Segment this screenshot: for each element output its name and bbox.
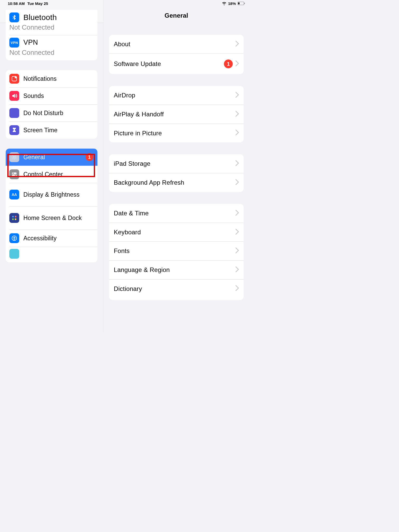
detail-pane: General About Software Update 1 AirDrop (103, 0, 249, 332)
vpn-label: VPN (23, 38, 38, 46)
sidebar-item-display[interactable]: AA Display & Brightness (6, 183, 97, 206)
more-icon (9, 249, 19, 259)
sidebar-item-notifications[interactable]: Notifications (6, 70, 97, 87)
accessibility-label: Accessibility (23, 235, 93, 242)
general-badge: 1 (85, 153, 93, 161)
detail-item-airdrop[interactable]: AirDrop (109, 86, 244, 105)
detail-item-about[interactable]: About (109, 35, 244, 54)
svg-point-15 (13, 173, 14, 174)
sidebar-scroll[interactable]: Bluetooth Not Connected VPN VPN Not Conn… (0, 10, 103, 262)
display-label: Display & Brightness (23, 191, 93, 198)
keyboard-label: Keyboard (114, 229, 233, 236)
notifications-label: Notifications (23, 75, 93, 82)
storage-label: iPad Storage (114, 160, 233, 167)
chevron-right-icon (235, 179, 239, 186)
sounds-label: Sounds (23, 92, 93, 99)
chevron-right-icon (235, 92, 239, 99)
moon-icon (9, 108, 19, 118)
vpn-icon: VPN (9, 38, 19, 48)
sidebar-item-vpn[interactable]: VPN VPN Not Connected (6, 35, 97, 60)
bluetooth-icon (9, 12, 19, 22)
svg-line-12 (16, 155, 16, 156)
status-bar: 10:58 AM Tue May 25 18% (0, 0, 249, 7)
chevron-right-icon (235, 210, 239, 217)
chevron-right-icon (235, 285, 239, 292)
chevron-right-icon (235, 61, 239, 67)
bluetooth-label: Bluetooth (23, 13, 57, 22)
controlcenter-label: Control Center (23, 171, 93, 178)
language-label: Language & Region (114, 266, 233, 274)
general-label: General (23, 154, 83, 161)
chevron-right-icon (235, 41, 239, 48)
sidebar-item-dnd[interactable]: Do Not Disturb (6, 104, 97, 122)
chevron-right-icon (235, 229, 239, 236)
sidebar-item-sounds[interactable]: Sounds (6, 87, 97, 104)
dnd-label: Do Not Disturb (23, 110, 93, 116)
textsize-icon: AA (9, 190, 19, 200)
chevron-right-icon (235, 248, 239, 254)
chevron-right-icon (235, 130, 239, 136)
airdrop-label: AirDrop (114, 92, 233, 99)
svg-point-23 (14, 237, 15, 238)
screentime-label: Screen Time (23, 127, 93, 134)
detail-item-software-update[interactable]: Software Update 1 (109, 54, 244, 74)
battery-percent: 18% (228, 1, 236, 6)
svg-point-17 (15, 175, 16, 176)
svg-rect-2 (244, 3, 245, 4)
detail-item-storage[interactable]: iPad Storage (109, 154, 244, 173)
group-input: Date & Time Keyboard Fonts Language & Re… (109, 204, 244, 300)
dictionary-label: Dictionary (114, 285, 233, 292)
bluetooth-status: Not Connected (9, 23, 54, 31)
software-update-label: Software Update (114, 60, 221, 68)
detail-item-pip[interactable]: Picture in Picture (109, 124, 244, 143)
status-left: 10:58 AM Tue May 25 (3, 1, 48, 6)
detail-item-datetime[interactable]: Date & Time (109, 204, 244, 223)
detail-item-language[interactable]: Language & Region (109, 260, 244, 279)
switches-icon (9, 169, 19, 179)
notifications-icon (9, 74, 19, 84)
status-date: Tue May 25 (27, 1, 48, 6)
sidebar-item-controlcenter[interactable]: Control Center (6, 166, 97, 183)
gear-icon (9, 152, 19, 162)
sidebar-item-homescreen[interactable]: Home Screen & Dock (6, 206, 97, 230)
sidebar-item-general[interactable]: General 1 (6, 149, 97, 166)
chevron-right-icon (235, 111, 239, 118)
svg-rect-21 (15, 218, 16, 220)
sidebar-item-accessibility[interactable]: Accessibility (6, 230, 97, 247)
detail-item-bg-refresh[interactable]: Background App Refresh (109, 173, 244, 192)
svg-rect-1 (238, 2, 240, 4)
sidebar-item-screentime[interactable]: Screen Time (6, 122, 97, 139)
group-storage: iPad Storage Background App Refresh (109, 154, 244, 192)
homegrid-icon (9, 213, 19, 223)
svg-point-5 (13, 156, 15, 158)
accessibility-icon (9, 233, 19, 243)
settings-sidebar: Settings Bluetooth Not Connected VPN (0, 0, 103, 332)
detail-item-dictionary[interactable]: Dictionary (109, 279, 244, 300)
svg-line-11 (16, 158, 16, 159)
datetime-label: Date & Time (114, 210, 233, 217)
airplay-label: AirPlay & Handoff (114, 111, 233, 118)
software-update-badge: 1 (224, 59, 233, 68)
chevron-right-icon (235, 160, 239, 167)
detail-item-keyboard[interactable]: Keyboard (109, 223, 244, 242)
svg-line-13 (12, 158, 13, 159)
svg-point-4 (15, 77, 17, 78)
pip-label: Picture in Picture (114, 130, 233, 137)
bg-refresh-label: Background App Refresh (114, 179, 233, 186)
sounds-icon (9, 91, 19, 101)
sidebar-item-bluetooth[interactable]: Bluetooth Not Connected (6, 10, 97, 35)
detail-scroll[interactable]: About Software Update 1 AirDrop AirPlay … (103, 23, 249, 300)
status-time: 10:58 AM (8, 1, 25, 6)
detail-item-airplay[interactable]: AirPlay & Handoff (109, 105, 244, 124)
sidebar-item-more[interactable] (6, 247, 97, 262)
hourglass-icon (9, 125, 19, 135)
status-right: 18% (222, 1, 247, 6)
svg-rect-20 (12, 218, 14, 220)
svg-rect-19 (15, 216, 16, 217)
battery-icon (237, 2, 245, 5)
detail-item-fonts[interactable]: Fonts (109, 241, 244, 260)
chevron-right-icon (235, 267, 239, 273)
svg-rect-14 (12, 172, 17, 174)
group-about: About Software Update 1 (109, 35, 244, 74)
fonts-label: Fonts (114, 247, 233, 255)
